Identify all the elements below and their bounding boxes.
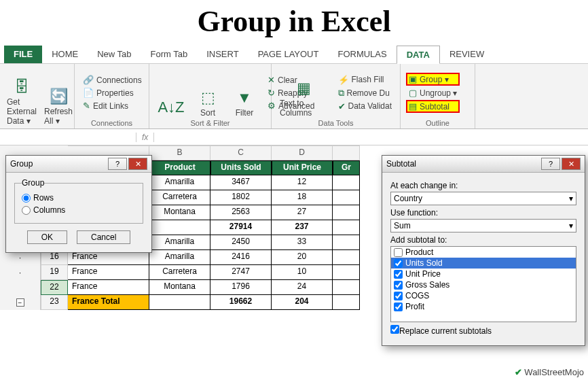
cell[interactable]: 20 xyxy=(272,250,333,265)
text-to-columns-button[interactable]: ▦Text to Columns xyxy=(277,67,331,119)
list-item[interactable]: Profit xyxy=(391,301,576,312)
edit-links-icon: ✎ xyxy=(83,101,90,111)
get-external-data-button[interactable]: 🗄Get External Data ▾ xyxy=(5,67,38,127)
close-button[interactable]: ✕ xyxy=(562,158,581,170)
cell[interactable]: Carretera xyxy=(149,265,210,280)
col-header[interactable]: C xyxy=(210,145,272,160)
cell[interactable]: 24 xyxy=(272,280,333,295)
tab-newtab[interactable]: New Tab xyxy=(88,46,141,63)
page-banner: Group in Excel xyxy=(0,0,588,46)
cell[interactable]: 33 xyxy=(272,235,333,250)
header-cell: Gr xyxy=(333,160,360,175)
cell[interactable] xyxy=(149,220,210,235)
list-item[interactable]: COGS xyxy=(391,290,576,301)
filter-button[interactable]: ▼Filter xyxy=(228,67,261,119)
funnel-icon: ▼ xyxy=(237,89,252,107)
cell[interactable]: 2747 xyxy=(210,265,272,280)
group-button[interactable]: ▣Group ▾ xyxy=(406,73,460,86)
row-header[interactable]: 23 xyxy=(41,295,68,310)
connections-button[interactable]: 🔗Connections xyxy=(80,74,145,86)
change-in-select[interactable]: Country▾ xyxy=(390,192,576,205)
label-at-each-change: At each change in: xyxy=(390,181,576,190)
formula-bar: fx xyxy=(0,129,588,145)
sort-az-button[interactable]: A↓Z xyxy=(155,67,187,119)
cell[interactable]: 19662 xyxy=(210,295,272,310)
tab-home[interactable]: HOME xyxy=(42,46,88,63)
header-cell: Product xyxy=(149,160,210,175)
list-item[interactable]: Unit Price xyxy=(391,269,576,279)
cell[interactable]: 2450 xyxy=(210,235,272,250)
cell[interactable]: France xyxy=(68,265,149,280)
cell[interactable]: 237 xyxy=(272,220,333,235)
cell[interactable]: Amarilla xyxy=(149,250,210,265)
col-header[interactable]: B xyxy=(149,145,210,160)
sort-icon: ⬚ xyxy=(201,89,215,107)
tab-formulas[interactable]: FORMULAS xyxy=(328,46,396,63)
tab-file[interactable]: FILE xyxy=(4,46,42,63)
cell[interactable]: 204 xyxy=(272,295,333,310)
radio-rows[interactable]: Rows xyxy=(22,192,136,204)
ungroup-button[interactable]: ▢Ungroup ▾ xyxy=(406,87,460,99)
cell[interactable]: 27914 xyxy=(210,220,272,235)
cell[interactable]: France xyxy=(68,280,149,295)
fx-label[interactable]: fx xyxy=(136,133,154,142)
cell[interactable]: 1802 xyxy=(210,190,272,205)
subtotal-listbox[interactable]: ProductUnits SoldUnit PriceGross SalesCO… xyxy=(390,246,576,322)
data-validation-button[interactable]: ✔Data Validat xyxy=(335,101,394,112)
dialog-title: Subtotal xyxy=(386,159,540,169)
cell[interactable]: France Total xyxy=(68,295,149,310)
col-header[interactable]: D xyxy=(272,145,333,160)
group-icon: ▣ xyxy=(409,74,417,84)
list-item[interactable]: Product xyxy=(391,247,576,258)
link-icon: 🔗 xyxy=(83,75,94,85)
cell[interactable]: 2563 xyxy=(210,205,272,220)
cell[interactable]: Montana xyxy=(149,205,210,220)
list-item[interactable]: Gross Sales xyxy=(391,279,576,290)
cell[interactable]: 27 xyxy=(272,205,333,220)
cell[interactable]: 3467 xyxy=(210,175,272,190)
refresh-all-button[interactable]: 🔄Refresh All ▾ xyxy=(42,67,75,127)
remove-dup-button[interactable]: ⧉Remove Du xyxy=(335,87,394,99)
sort-az-icon: A↓Z xyxy=(158,99,184,116)
help-button[interactable]: ? xyxy=(108,158,127,170)
cell[interactable]: Carretera xyxy=(149,190,210,205)
cell[interactable] xyxy=(149,295,210,310)
cancel-button[interactable]: Cancel xyxy=(77,230,130,244)
ribbon-body: 🗄Get External Data ▾ 🔄Refresh All ▾ 🔗Con… xyxy=(0,64,588,129)
subtotal-button[interactable]: ▤Subtotal xyxy=(406,100,460,113)
cell[interactable]: Amarilla xyxy=(149,175,210,190)
edit-links-button[interactable]: ✎Edit Links xyxy=(80,100,145,111)
cell[interactable]: 2416 xyxy=(210,250,272,265)
outline-collapse-button[interactable]: − xyxy=(16,298,24,307)
ribbon-tabs: FILE HOME New Tab Form Tab INSERT PAGE L… xyxy=(0,46,588,64)
header-cell: Unit Price xyxy=(272,160,333,175)
text-columns-icon: ▦ xyxy=(297,80,311,97)
sort-button[interactable]: ⬚Sort xyxy=(191,67,224,119)
cell[interactable]: 12 xyxy=(272,175,333,190)
help-button[interactable]: ? xyxy=(541,158,560,170)
cell[interactable]: 18 xyxy=(272,190,333,205)
cell[interactable]: Amarilla xyxy=(149,235,210,250)
close-button[interactable]: ✕ xyxy=(128,158,147,170)
radio-columns[interactable]: Columns xyxy=(22,204,136,216)
tab-review[interactable]: REVIEW xyxy=(440,46,494,63)
cell[interactable]: 10 xyxy=(272,265,333,280)
cell[interactable]: 1796 xyxy=(210,280,272,295)
properties-button[interactable]: 📄Properties xyxy=(80,87,145,99)
row-header[interactable]: 22 xyxy=(41,280,68,295)
tab-insert[interactable]: INSERT xyxy=(197,46,248,63)
tab-formtab[interactable]: Form Tab xyxy=(141,46,198,63)
row-header[interactable]: 19 xyxy=(41,265,68,280)
group-legend: Group xyxy=(22,178,44,188)
replace-subtotals-checkbox[interactable]: Replace current subtotals xyxy=(390,325,576,336)
tab-pagelayout[interactable]: PAGE LAYOUT xyxy=(249,46,329,63)
flash-icon: ⚡ xyxy=(338,75,349,85)
header-cell: Units Sold xyxy=(210,160,272,175)
tab-data[interactable]: DATA xyxy=(397,46,440,64)
cell[interactable]: Montana xyxy=(149,280,210,295)
ok-button[interactable]: OK xyxy=(27,230,67,244)
label-add-subtotal: Add subtotal to: xyxy=(390,235,576,245)
function-select[interactable]: Sum▾ xyxy=(390,219,576,232)
list-item[interactable]: Units Sold xyxy=(391,258,576,269)
flash-fill-button[interactable]: ⚡Flash Fill xyxy=(335,74,394,86)
